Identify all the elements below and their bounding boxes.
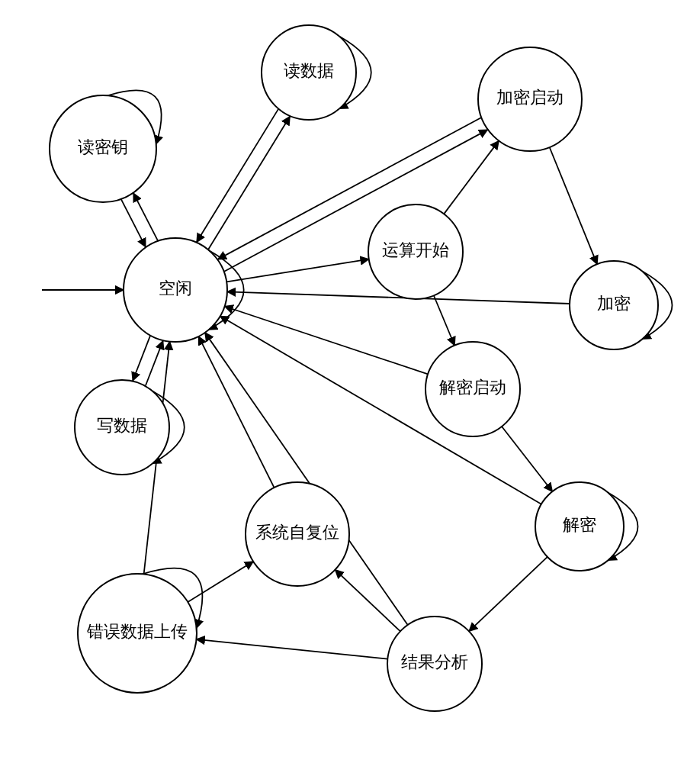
edge <box>502 427 552 491</box>
edge <box>550 147 597 264</box>
state-diagram: 空闲读密钥读数据加密启动加密运算开始解密启动解密写数据系统自复位错误数据上传结果… <box>0 0 700 763</box>
state-sys_reset: 系统自复位 <box>246 482 349 586</box>
state-label: 读密钥 <box>78 137 128 156</box>
edge <box>225 307 429 375</box>
state-write_data: 写数据 <box>75 380 169 475</box>
state-label: 加密启动 <box>496 88 564 107</box>
state-encrypt: 加密 <box>570 261 658 349</box>
state-dec_start: 解密启动 <box>425 342 520 436</box>
edge <box>198 336 274 488</box>
state-label: 系统自复位 <box>255 523 339 542</box>
state-enc_start: 加密启动 <box>478 47 582 151</box>
edge <box>434 295 454 346</box>
edge <box>226 259 369 282</box>
state-label: 解密启动 <box>439 378 506 397</box>
state-label: 加密 <box>597 294 631 313</box>
state-op_start: 运算开始 <box>368 204 463 299</box>
state-label: 错误数据上传 <box>86 622 188 641</box>
state-label: 读数据 <box>284 61 334 80</box>
state-read_data: 读数据 <box>262 25 356 120</box>
edge <box>197 639 388 659</box>
edge <box>444 140 499 214</box>
edge <box>121 199 146 246</box>
state-read_key: 读密钥 <box>50 95 156 202</box>
state-label: 解密 <box>563 515 596 534</box>
edge <box>197 109 278 242</box>
edge <box>188 562 253 602</box>
state-label: 写数据 <box>97 416 147 435</box>
edge <box>208 117 290 250</box>
state-err_upload: 错误数据上传 <box>78 574 197 693</box>
edge <box>133 336 150 381</box>
edge <box>146 341 163 386</box>
state-label: 运算开始 <box>382 240 449 259</box>
state-label: 空闲 <box>159 278 192 298</box>
edge <box>133 193 158 240</box>
state-decrypt: 解密 <box>535 482 624 571</box>
state-idle: 空闲 <box>124 238 227 342</box>
state-label: 结果分析 <box>401 652 468 671</box>
state-result_analyze: 结果分析 <box>387 617 482 711</box>
edge <box>469 557 547 631</box>
